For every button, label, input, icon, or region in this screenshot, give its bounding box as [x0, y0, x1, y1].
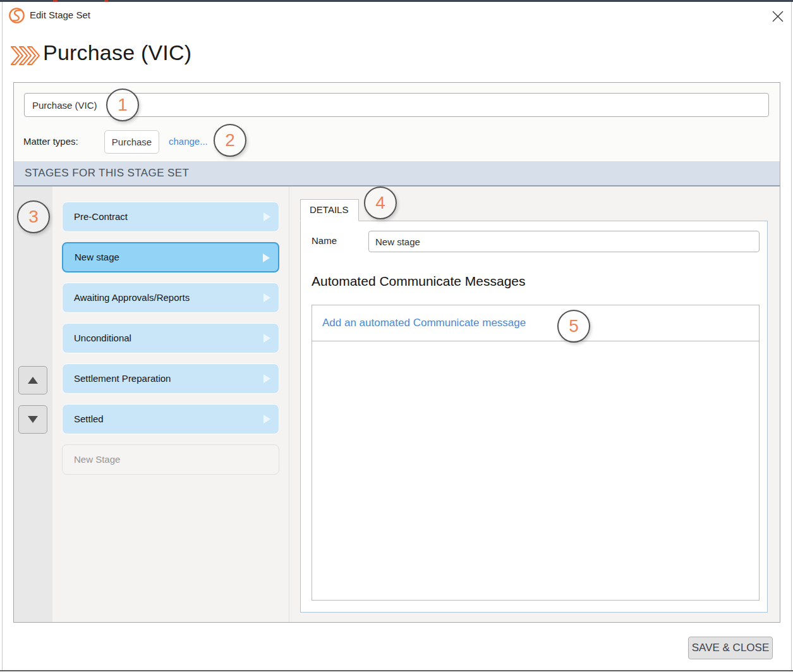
stage-name-input[interactable]: [368, 231, 760, 252]
reorder-gutter: [14, 186, 52, 622]
close-icon[interactable]: [770, 8, 786, 25]
matter-type-badge: Purchase: [104, 130, 159, 154]
stages-content: Pre-Contract New stage Awaiting Approval…: [14, 186, 780, 622]
stage-item-pre-contract[interactable]: Pre-Contract: [62, 202, 279, 232]
annotation-badge-1: 1: [106, 89, 139, 121]
annotation-badge-2: 2: [214, 124, 246, 157]
window-border: [0, 670, 793, 671]
add-automated-message-link[interactable]: Add an automated Communicate message: [322, 317, 526, 329]
details-area: DETAILS Name Automated Communicate Messa…: [289, 186, 780, 622]
stage-item-label: Unconditional: [74, 324, 131, 353]
stage-name-label: Name: [312, 235, 337, 246]
automated-messages-heading: Automated Communicate Messages: [312, 274, 526, 289]
page-heading: Purchase (VIC): [0, 38, 793, 73]
stage-arrow-icon: [263, 254, 270, 262]
window-border: [2, 2, 3, 670]
stage-item-settled[interactable]: Settled: [62, 404, 279, 434]
save-and-close-button[interactable]: SAVE & CLOSE: [688, 637, 773, 659]
stage-item-label: New Stage: [74, 445, 120, 474]
stage-item-label: Settled: [74, 405, 104, 434]
add-message-row: Add an automated Communicate message: [312, 305, 759, 341]
annotation-badge-5: 5: [557, 310, 590, 343]
stage-list: Pre-Contract New stage Awaiting Approval…: [52, 186, 289, 622]
stage-item-awaiting-approvals[interactable]: Awaiting Approvals/Reports: [62, 283, 279, 313]
stage-item-label: Awaiting Approvals/Reports: [74, 283, 190, 312]
stage-arrow-icon: [263, 212, 270, 221]
edit-stage-set-panel: Matter types: Purchase change... STAGES …: [13, 82, 780, 623]
automated-messages-box: Add an automated Communicate message: [312, 305, 760, 601]
stage-item-new-stage[interactable]: New stage: [62, 242, 279, 272]
details-panel: Name Automated Communicate Messages Add …: [300, 221, 768, 613]
window-border: [791, 2, 792, 670]
move-stage-up-button[interactable]: [18, 366, 47, 394]
change-matter-types-link[interactable]: change...: [169, 136, 208, 147]
stage-arrow-icon: [263, 334, 270, 343]
down-arrow-icon: [28, 416, 38, 423]
stages-section-header: STAGES FOR THIS STAGE SET: [14, 161, 780, 186]
triple-chevron-icon: [11, 46, 40, 65]
matter-types-label: Matter types:: [23, 136, 78, 147]
stage-arrow-icon: [263, 415, 270, 424]
stage-item-label: Pre-Contract: [74, 202, 128, 231]
stage-item-label: New stage: [75, 243, 119, 271]
stage-arrow-icon: [263, 293, 270, 302]
page-title: Purchase (VIC): [43, 40, 191, 65]
move-stage-down-button[interactable]: [18, 405, 47, 434]
stage-item-label: Settlement Preparation: [74, 364, 171, 393]
tab-details[interactable]: DETAILS: [300, 199, 359, 221]
annotation-badge-3: 3: [17, 200, 50, 233]
app-logo-icon: [8, 7, 25, 24]
stage-item-unconditional[interactable]: Unconditional: [62, 323, 279, 353]
stage-item-settlement-preparation[interactable]: Settlement Preparation: [62, 363, 279, 394]
new-stage-placeholder[interactable]: New Stage: [62, 444, 279, 475]
stage-arrow-icon: [263, 374, 270, 383]
up-arrow-icon: [28, 377, 38, 384]
window-title: Edit Stage Set: [30, 9, 90, 20]
titlebar: Edit Stage Set: [0, 2, 793, 30]
matter-types-row: Matter types: Purchase change...: [14, 130, 780, 155]
annotation-badge-4: 4: [364, 186, 397, 219]
